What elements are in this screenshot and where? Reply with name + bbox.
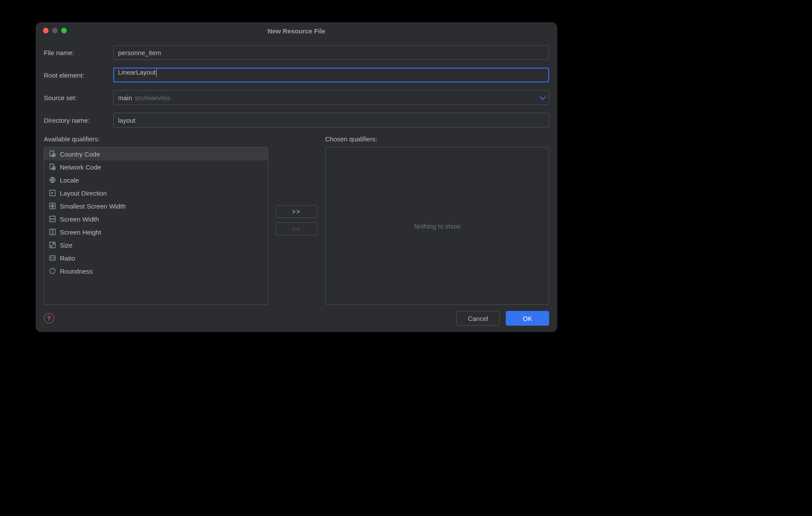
titlebar: New Resource File xyxy=(36,23,557,39)
file-name-row: File name: xyxy=(44,45,549,60)
minimize-window-button[interactable] xyxy=(52,28,58,33)
svg-point-11 xyxy=(50,268,55,274)
qualifier-item-label: Country Code xyxy=(60,150,100,158)
qualifier-item[interactable]: Screen Height xyxy=(44,225,268,238)
resize-box-icon xyxy=(49,202,56,210)
chevron-down-icon xyxy=(540,94,546,100)
globe-icon xyxy=(49,176,56,184)
qualifier-item-label: Screen Width xyxy=(60,216,99,223)
svg-rect-10 xyxy=(50,256,56,260)
qualifier-item[interactable]: Locale xyxy=(44,173,268,186)
available-qualifiers-list[interactable]: Country CodeNetwork CodeLocaleLayout Dir… xyxy=(44,147,268,305)
source-set-select[interactable]: main src/main/res xyxy=(113,90,549,105)
directory-name-label: Directory name: xyxy=(44,117,113,124)
available-qualifiers-column: Available qualifiers: Country CodeNetwor… xyxy=(44,135,268,305)
round-icon xyxy=(49,267,56,275)
root-element-label: Root element: xyxy=(44,72,113,79)
qualifier-item[interactable]: Ratio xyxy=(44,251,268,265)
directory-name-input[interactable] xyxy=(113,113,549,127)
qualifier-item-label: Screen Height xyxy=(60,229,101,236)
dialog-footer: ? Cancel OK xyxy=(36,305,557,332)
transfer-buttons: >> << xyxy=(275,135,318,305)
root-element-value: LinearLayout xyxy=(118,69,156,76)
qualifier-item-label: Ratio xyxy=(60,255,75,262)
cancel-button[interactable]: Cancel xyxy=(456,311,500,326)
dialog-title: New Resource File xyxy=(268,27,325,35)
qualifier-item[interactable]: Smallest Screen Width xyxy=(44,199,268,212)
available-qualifiers-label: Available qualifiers: xyxy=(44,135,268,143)
close-window-button[interactable] xyxy=(43,28,49,33)
dialog-content: File name: Root element: LinearLayout So… xyxy=(36,39,557,305)
globe-doc-icon xyxy=(49,150,56,158)
source-set-hint: src/main/res xyxy=(135,94,170,101)
qualifier-item-label: Layout Direction xyxy=(60,189,107,197)
maximize-window-button[interactable] xyxy=(61,28,67,33)
arrow-left-box-icon xyxy=(49,189,56,197)
qualifier-item[interactable]: Country Code xyxy=(44,147,268,160)
globe-doc-icon xyxy=(49,163,56,171)
source-set-label: Source set: xyxy=(44,94,113,101)
help-button[interactable]: ? xyxy=(44,313,54,323)
h-resize-box-icon xyxy=(49,215,56,223)
file-name-label: File name: xyxy=(44,49,113,56)
chosen-qualifiers-column: Chosen qualifiers: Nothing to show xyxy=(325,135,550,305)
diag-box-icon xyxy=(49,241,56,249)
directory-name-row: Directory name: xyxy=(44,113,549,127)
source-set-value: main xyxy=(118,94,132,101)
ratio-box-icon xyxy=(49,254,56,262)
qualifier-item[interactable]: Roundness xyxy=(44,265,268,278)
text-caret xyxy=(156,69,157,77)
new-resource-file-dialog: New Resource File File name: Root elemen… xyxy=(36,22,557,332)
window-controls xyxy=(43,28,67,33)
qualifier-item[interactable]: Network Code xyxy=(44,160,268,173)
qualifier-item-label: Network Code xyxy=(60,163,101,171)
add-qualifier-button[interactable]: >> xyxy=(276,205,318,218)
file-name-input[interactable] xyxy=(113,45,549,60)
qualifier-item-label: Size xyxy=(60,242,72,249)
remove-qualifier-button[interactable]: << xyxy=(276,222,318,235)
qualifier-item-label: Roundness xyxy=(60,268,93,275)
root-element-input[interactable]: LinearLayout xyxy=(113,68,549,82)
chosen-qualifiers-label: Chosen qualifiers: xyxy=(325,135,550,143)
qualifier-item-label: Locale xyxy=(60,176,79,184)
chosen-qualifiers-list[interactable]: Nothing to show xyxy=(325,147,550,305)
ok-button[interactable]: OK xyxy=(506,311,549,326)
qualifier-item-label: Smallest Screen Width xyxy=(60,202,126,210)
v-resize-box-icon xyxy=(49,228,56,236)
qualifiers-area: Available qualifiers: Country CodeNetwor… xyxy=(44,135,549,305)
qualifier-item[interactable]: Screen Width xyxy=(44,212,268,225)
root-element-row: Root element: LinearLayout xyxy=(44,68,549,82)
qualifier-item[interactable]: Size xyxy=(44,238,268,251)
source-set-row: Source set: main src/main/res xyxy=(44,90,549,105)
chosen-empty-message: Nothing to show xyxy=(326,147,549,304)
qualifier-item[interactable]: Layout Direction xyxy=(44,186,268,199)
